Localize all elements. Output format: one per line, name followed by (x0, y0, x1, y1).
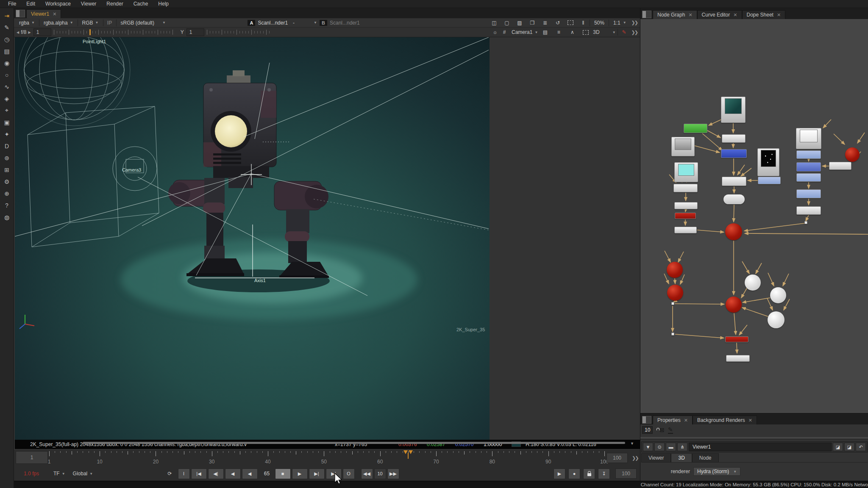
panel-menu-icon[interactable] (642, 416, 651, 424)
graph-node[interactable] (675, 213, 696, 219)
views-icon[interactable]: ⊚ (2, 154, 12, 162)
graph-node[interactable] (725, 336, 748, 342)
close-icon[interactable]: ✕ (688, 12, 692, 18)
center-node-button[interactable]: ⊙ (654, 443, 665, 451)
prev-keyframe-button[interactable]: ◀| (208, 469, 224, 479)
view-mode-caret-icon[interactable]: ▼ (612, 30, 616, 34)
overflow-chevron2-icon[interactable]: ❯❯ (632, 30, 637, 35)
graph-node[interactable] (726, 355, 750, 362)
merge-icon[interactable]: ◈ (2, 94, 12, 103)
graph-node[interactable] (768, 311, 785, 328)
renderer-dropdown[interactable]: Hydra (Storm)▼ (693, 467, 740, 476)
viewport-3d[interactable]: PointLight1 Camera3 Axis1 2K_Super_35 (15, 37, 490, 440)
grid-toggle-icon[interactable]: # (500, 28, 509, 36)
menu-cache[interactable]: Cache (129, 0, 153, 8)
deep-icon[interactable]: D (2, 142, 12, 150)
particles-icon[interactable]: ✦ (2, 130, 12, 138)
tab-curve-editor[interactable]: Curve Editor✕ (697, 10, 742, 19)
menu-render[interactable]: Render (102, 0, 128, 8)
menu-viewer[interactable]: Viewer (76, 0, 101, 8)
wire-shading-icon[interactable]: ∧ (568, 28, 577, 36)
graph-node[interactable] (757, 148, 779, 176)
ab-wipe-icon[interactable]: ◫ (490, 19, 499, 27)
graph-node[interactable] (804, 221, 807, 224)
in-point-button[interactable]: I (178, 469, 190, 479)
gamma-slider[interactable] (207, 30, 270, 35)
panel-menu-icon[interactable] (642, 11, 651, 18)
more-dropdown-icon[interactable]: ▼ (623, 21, 626, 25)
playback-range-end-box[interactable]: 100 (615, 469, 637, 479)
3d-icon[interactable]: ▣ (2, 118, 12, 126)
show-frame-icon[interactable]: ▢ (502, 19, 512, 27)
split-panel-button[interactable]: ◪ (844, 443, 854, 451)
menu-file[interactable]: File (3, 0, 21, 8)
tab-dope-sheet[interactable]: Dope Sheet✕ (742, 10, 786, 19)
hide-input-button[interactable]: ▬ (666, 443, 676, 451)
node-graph[interactable] (640, 19, 868, 413)
tab-node[interactable]: Node (692, 453, 719, 462)
zoom-level[interactable]: 50% (592, 19, 607, 26)
revert-button[interactable]: ↶ (856, 443, 866, 451)
stack-view-icon[interactable]: ≡ (554, 28, 563, 36)
menu-workspace[interactable]: Workspace (41, 0, 75, 8)
camera-dropdown[interactable]: Camera1▼ (509, 29, 540, 36)
scanlines-icon[interactable]: ≣ (540, 19, 550, 27)
tab-viewer[interactable]: Viewer (641, 453, 671, 462)
gain-prev-icon[interactable]: ◀ (17, 30, 19, 34)
graph-node[interactable] (673, 184, 698, 192)
graph-node[interactable] (796, 150, 821, 159)
gain-input[interactable]: 1 (33, 28, 51, 36)
range-start-box[interactable]: 1 (16, 451, 48, 464)
node-title-field[interactable]: Viewer1 (689, 443, 832, 451)
overflow-chevron-icon[interactable]: ❯❯ (632, 20, 637, 25)
graph-node[interactable] (722, 177, 746, 186)
pixel-aspect[interactable]: 1:1 (611, 19, 623, 26)
graph-node[interactable] (671, 137, 695, 156)
lock-camera-icon[interactable]: ▤ (540, 28, 550, 36)
annotate-pencil-icon[interactable]: ✎ (620, 28, 629, 36)
plugins-icon[interactable]: ◍ (2, 213, 12, 221)
channel-icon[interactable]: ▤ (2, 47, 12, 55)
panel-menu-icon[interactable] (16, 10, 25, 17)
graph-node[interactable] (796, 189, 821, 198)
graph-node[interactable] (726, 297, 742, 313)
input-b-value[interactable]: Scanl...nder1 (327, 19, 362, 26)
ab-blend-dropdown[interactable]: -▼ (290, 19, 320, 26)
timeline-chevron-icon[interactable]: ❯❯ (632, 455, 638, 461)
step-back-button[interactable]: ◀ (242, 469, 258, 479)
metadata-icon[interactable]: ⊞ (2, 166, 12, 174)
layer-dropdown[interactable]: rgba▼ (17, 19, 37, 26)
help-icon[interactable]: ? (2, 201, 12, 209)
graph-node[interactable] (723, 194, 745, 204)
tab-background-renders[interactable]: Background Renders✕ (693, 416, 757, 424)
roi-icon[interactable] (566, 19, 575, 27)
image-icon[interactable]: ⇥ (2, 11, 12, 19)
graph-node[interactable] (796, 173, 821, 182)
flipbook-play-button[interactable]: ▶ (554, 469, 565, 479)
graph-node[interactable] (770, 287, 786, 303)
close-icon[interactable]: ✕ (53, 11, 56, 17)
input-a-value[interactable]: Scanl...nder1 (255, 19, 290, 26)
tab-properties[interactable]: Properties✕ (653, 416, 693, 424)
color-icon[interactable]: ◉ (2, 59, 12, 67)
close-icon[interactable]: ✕ (777, 12, 781, 18)
keyer-icon[interactable]: ∿ (2, 83, 12, 91)
close-icon[interactable]: ✕ (748, 418, 752, 423)
menu-help[interactable]: Help (153, 0, 173, 8)
display-channels-dropdown[interactable]: RGB▼ (80, 19, 101, 26)
graph-node[interactable] (725, 223, 742, 240)
graph-node[interactable] (667, 262, 683, 278)
play-forward-button[interactable]: ▶ (292, 469, 308, 479)
edit-icon[interactable]: ✎ (668, 426, 673, 434)
gamma-input[interactable]: 1 (186, 28, 204, 36)
checker-icon[interactable]: ▨ (515, 19, 524, 27)
viewer-lut-dropdown[interactable]: sRGB (default)▼ (118, 19, 168, 26)
input-a-badge[interactable]: A (248, 20, 255, 26)
lock-range-button[interactable] (583, 469, 595, 479)
time-icon[interactable]: ◷ (2, 35, 12, 43)
graph-node[interactable] (721, 149, 747, 158)
aperture-label[interactable]: f/8 (21, 29, 26, 35)
graph-node[interactable] (722, 134, 746, 143)
graph-node[interactable] (667, 285, 683, 301)
collapse-button[interactable]: ▼ (643, 443, 653, 451)
